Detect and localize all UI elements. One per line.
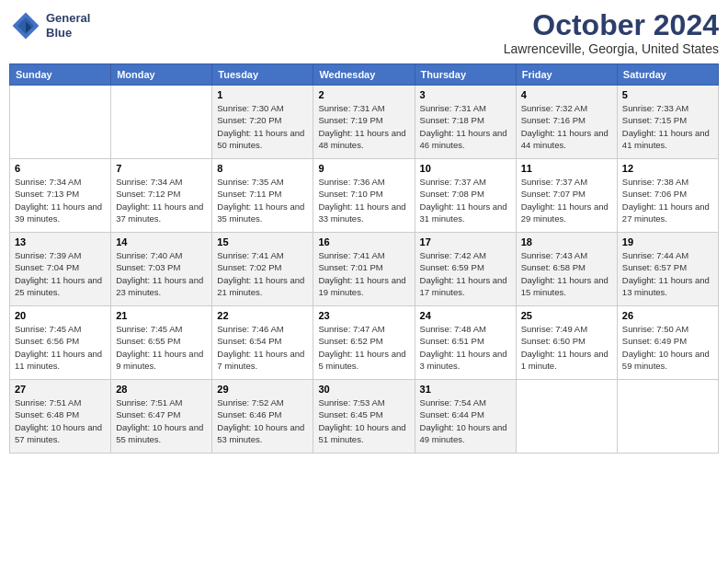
day-number: 29 bbox=[217, 384, 308, 395]
calendar-cell bbox=[10, 86, 111, 159]
day-detail: Sunrise: 7:45 AMSunset: 6:56 PMDaylight:… bbox=[15, 323, 106, 372]
calendar-cell: 26Sunrise: 7:50 AMSunset: 6:49 PMDayligh… bbox=[617, 306, 718, 380]
logo: General Blue bbox=[9, 9, 90, 42]
day-number: 30 bbox=[318, 384, 409, 395]
calendar-cell: 18Sunrise: 7:43 AMSunset: 6:58 PMDayligh… bbox=[516, 233, 617, 306]
day-number: 16 bbox=[318, 236, 409, 247]
day-number: 2 bbox=[318, 89, 409, 100]
calendar-cell: 23Sunrise: 7:47 AMSunset: 6:52 PMDayligh… bbox=[313, 306, 415, 380]
day-number: 21 bbox=[116, 310, 207, 321]
day-number: 14 bbox=[116, 236, 207, 247]
week-row-1: 1Sunrise: 7:30 AMSunset: 7:20 PMDaylight… bbox=[10, 86, 719, 159]
day-number: 10 bbox=[420, 163, 511, 174]
day-detail: Sunrise: 7:45 AMSunset: 6:55 PMDaylight:… bbox=[116, 323, 207, 372]
day-detail: Sunrise: 7:39 AMSunset: 7:04 PMDaylight:… bbox=[15, 249, 106, 298]
logo-text: General Blue bbox=[46, 11, 90, 40]
day-number: 19 bbox=[622, 236, 713, 247]
calendar-cell: 29Sunrise: 7:52 AMSunset: 6:46 PMDayligh… bbox=[212, 380, 313, 454]
day-number: 6 bbox=[15, 163, 106, 174]
calendar-cell: 22Sunrise: 7:46 AMSunset: 6:54 PMDayligh… bbox=[212, 306, 313, 380]
location: Lawrenceville, Georgia, United States bbox=[504, 41, 719, 56]
day-detail: Sunrise: 7:41 AMSunset: 7:02 PMDaylight:… bbox=[217, 249, 308, 298]
calendar-table: SundayMondayTuesdayWednesdayThursdayFrid… bbox=[9, 63, 719, 454]
day-number: 7 bbox=[116, 163, 207, 174]
day-detail: Sunrise: 7:36 AMSunset: 7:10 PMDaylight:… bbox=[318, 176, 409, 224]
weekday-header-monday: Monday bbox=[111, 64, 212, 86]
day-number: 8 bbox=[217, 163, 308, 174]
calendar-cell: 15Sunrise: 7:41 AMSunset: 7:02 PMDayligh… bbox=[212, 233, 313, 306]
calendar-cell: 1Sunrise: 7:30 AMSunset: 7:20 PMDaylight… bbox=[212, 86, 313, 159]
day-number: 9 bbox=[318, 163, 409, 174]
day-detail: Sunrise: 7:41 AMSunset: 7:01 PMDaylight:… bbox=[318, 249, 409, 298]
day-detail: Sunrise: 7:49 AMSunset: 6:50 PMDaylight:… bbox=[521, 323, 612, 372]
weekday-header-row: SundayMondayTuesdayWednesdayThursdayFrid… bbox=[10, 64, 719, 86]
calendar-cell: 24Sunrise: 7:48 AMSunset: 6:51 PMDayligh… bbox=[415, 306, 516, 380]
calendar-cell: 10Sunrise: 7:37 AMSunset: 7:08 PMDayligh… bbox=[415, 159, 516, 233]
calendar-cell: 30Sunrise: 7:53 AMSunset: 6:45 PMDayligh… bbox=[313, 380, 415, 454]
month-title: October 2024 bbox=[504, 9, 719, 41]
day-detail: Sunrise: 7:43 AMSunset: 6:58 PMDaylight:… bbox=[521, 249, 612, 298]
day-detail: Sunrise: 7:40 AMSunset: 7:03 PMDaylight:… bbox=[116, 249, 207, 298]
weekday-header-sunday: Sunday bbox=[10, 64, 111, 86]
day-detail: Sunrise: 7:33 AMSunset: 7:15 PMDaylight:… bbox=[622, 102, 713, 151]
calendar-cell bbox=[111, 86, 212, 159]
day-number: 28 bbox=[116, 384, 207, 395]
calendar-cell bbox=[516, 380, 617, 454]
page-header: General Blue October 2024 Lawrenceville,… bbox=[9, 9, 719, 56]
calendar-cell: 8Sunrise: 7:35 AMSunset: 7:11 PMDaylight… bbox=[212, 159, 313, 233]
day-detail: Sunrise: 7:54 AMSunset: 6:44 PMDaylight:… bbox=[420, 396, 511, 445]
calendar-cell: 25Sunrise: 7:49 AMSunset: 6:50 PMDayligh… bbox=[516, 306, 617, 380]
day-number: 20 bbox=[15, 310, 106, 321]
calendar-cell: 28Sunrise: 7:51 AMSunset: 6:47 PMDayligh… bbox=[111, 380, 212, 454]
calendar-cell: 5Sunrise: 7:33 AMSunset: 7:15 PMDaylight… bbox=[617, 86, 718, 159]
calendar-cell: 11Sunrise: 7:37 AMSunset: 7:07 PMDayligh… bbox=[516, 159, 617, 233]
title-block: October 2024 Lawrenceville, Georgia, Uni… bbox=[504, 9, 719, 56]
calendar-cell: 3Sunrise: 7:31 AMSunset: 7:18 PMDaylight… bbox=[415, 86, 516, 159]
week-row-2: 6Sunrise: 7:34 AMSunset: 7:13 PMDaylight… bbox=[10, 159, 719, 233]
day-detail: Sunrise: 7:32 AMSunset: 7:16 PMDaylight:… bbox=[521, 102, 612, 151]
calendar-cell: 2Sunrise: 7:31 AMSunset: 7:19 PMDaylight… bbox=[313, 86, 415, 159]
day-number: 24 bbox=[420, 310, 511, 321]
weekday-header-saturday: Saturday bbox=[617, 64, 718, 86]
calendar-cell: 20Sunrise: 7:45 AMSunset: 6:56 PMDayligh… bbox=[10, 306, 111, 380]
calendar-cell: 27Sunrise: 7:51 AMSunset: 6:48 PMDayligh… bbox=[10, 380, 111, 454]
weekday-header-wednesday: Wednesday bbox=[313, 64, 415, 86]
day-number: 18 bbox=[521, 236, 612, 247]
calendar-cell bbox=[617, 380, 718, 454]
day-detail: Sunrise: 7:46 AMSunset: 6:54 PMDaylight:… bbox=[217, 323, 308, 372]
weekday-header-tuesday: Tuesday bbox=[212, 64, 313, 86]
weekday-header-thursday: Thursday bbox=[415, 64, 516, 86]
day-detail: Sunrise: 7:30 AMSunset: 7:20 PMDaylight:… bbox=[217, 102, 308, 151]
day-detail: Sunrise: 7:37 AMSunset: 7:07 PMDaylight:… bbox=[521, 176, 612, 224]
week-row-5: 27Sunrise: 7:51 AMSunset: 6:48 PMDayligh… bbox=[10, 380, 719, 454]
logo-icon bbox=[9, 9, 42, 42]
day-number: 11 bbox=[521, 163, 612, 174]
week-row-3: 13Sunrise: 7:39 AMSunset: 7:04 PMDayligh… bbox=[10, 233, 719, 306]
day-detail: Sunrise: 7:48 AMSunset: 6:51 PMDaylight:… bbox=[420, 323, 511, 372]
day-number: 26 bbox=[622, 310, 713, 321]
week-row-4: 20Sunrise: 7:45 AMSunset: 6:56 PMDayligh… bbox=[10, 306, 719, 380]
day-number: 25 bbox=[521, 310, 612, 321]
day-detail: Sunrise: 7:42 AMSunset: 6:59 PMDaylight:… bbox=[420, 249, 511, 298]
day-detail: Sunrise: 7:53 AMSunset: 6:45 PMDaylight:… bbox=[318, 396, 409, 445]
day-number: 12 bbox=[622, 163, 713, 174]
day-detail: Sunrise: 7:31 AMSunset: 7:18 PMDaylight:… bbox=[420, 102, 511, 151]
calendar-cell: 13Sunrise: 7:39 AMSunset: 7:04 PMDayligh… bbox=[10, 233, 111, 306]
day-detail: Sunrise: 7:44 AMSunset: 6:57 PMDaylight:… bbox=[622, 249, 713, 298]
day-detail: Sunrise: 7:51 AMSunset: 6:48 PMDaylight:… bbox=[15, 396, 106, 445]
calendar-cell: 17Sunrise: 7:42 AMSunset: 6:59 PMDayligh… bbox=[415, 233, 516, 306]
day-number: 1 bbox=[217, 89, 308, 100]
day-detail: Sunrise: 7:31 AMSunset: 7:19 PMDaylight:… bbox=[318, 102, 409, 151]
calendar-cell: 4Sunrise: 7:32 AMSunset: 7:16 PMDaylight… bbox=[516, 86, 617, 159]
calendar-cell: 21Sunrise: 7:45 AMSunset: 6:55 PMDayligh… bbox=[111, 306, 212, 380]
calendar-cell: 12Sunrise: 7:38 AMSunset: 7:06 PMDayligh… bbox=[617, 159, 718, 233]
day-number: 13 bbox=[15, 236, 106, 247]
calendar-cell: 7Sunrise: 7:34 AMSunset: 7:12 PMDaylight… bbox=[111, 159, 212, 233]
day-detail: Sunrise: 7:47 AMSunset: 6:52 PMDaylight:… bbox=[318, 323, 409, 372]
day-number: 22 bbox=[217, 310, 308, 321]
calendar-cell: 6Sunrise: 7:34 AMSunset: 7:13 PMDaylight… bbox=[10, 159, 111, 233]
day-detail: Sunrise: 7:37 AMSunset: 7:08 PMDaylight:… bbox=[420, 176, 511, 224]
day-number: 27 bbox=[15, 384, 106, 395]
calendar-cell: 16Sunrise: 7:41 AMSunset: 7:01 PMDayligh… bbox=[313, 233, 415, 306]
day-detail: Sunrise: 7:50 AMSunset: 6:49 PMDaylight:… bbox=[622, 323, 713, 372]
